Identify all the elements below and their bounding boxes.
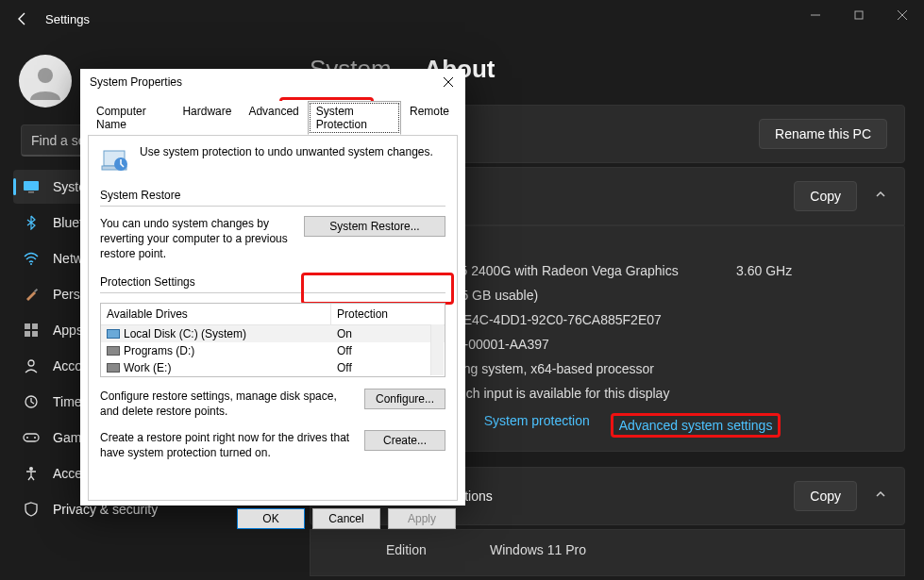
svg-rect-1 bbox=[855, 11, 863, 19]
svg-rect-12 bbox=[32, 323, 38, 329]
svg-rect-7 bbox=[24, 181, 39, 191]
dialog-title: System Properties bbox=[90, 75, 182, 89]
shield-icon bbox=[23, 501, 40, 518]
svg-point-18 bbox=[26, 437, 28, 439]
drive-icon bbox=[107, 346, 120, 356]
avatar[interactable] bbox=[19, 55, 72, 108]
apply-button[interactable]: Apply bbox=[388, 508, 456, 529]
spec-key: Edition bbox=[386, 542, 490, 557]
svg-point-19 bbox=[34, 437, 36, 439]
dialog-tabs: Computer Name Hardware Advanced System P… bbox=[80, 95, 465, 135]
protection-settings-section: Protection Settings Available Drives Pro… bbox=[100, 275, 445, 461]
tab-computer-name[interactable]: Computer Name bbox=[88, 101, 174, 135]
svg-rect-14 bbox=[32, 331, 38, 337]
table-row[interactable]: Local Disk (C:) (System)On bbox=[101, 325, 445, 342]
system-restore-section: System Restore You can undo system chang… bbox=[100, 189, 445, 262]
bluetooth-icon bbox=[23, 214, 40, 231]
tab-hardware[interactable]: Hardware bbox=[174, 101, 240, 135]
cancel-button[interactable]: Cancel bbox=[312, 508, 380, 529]
col-drives[interactable]: Available Drives bbox=[101, 304, 331, 324]
tab-system-protection[interactable]: System Protection bbox=[308, 101, 401, 135]
create-text: Create a restore point right now for the… bbox=[100, 430, 355, 460]
back-button[interactable] bbox=[8, 4, 38, 34]
close-button[interactable] bbox=[881, 0, 924, 30]
system-protection-icon bbox=[100, 145, 130, 175]
spec-value: Windows 11 Pro bbox=[490, 542, 887, 557]
gamepad-icon bbox=[23, 429, 40, 446]
drives-table: Available Drives Protection Local Disk (… bbox=[100, 303, 445, 377]
copy-button[interactable]: Copy bbox=[794, 481, 857, 511]
svg-point-4 bbox=[38, 68, 53, 83]
highlight-advanced-system-settings: Advanced system settings bbox=[611, 413, 781, 438]
clock-icon bbox=[23, 393, 40, 410]
ok-button[interactable]: OK bbox=[237, 508, 305, 529]
svg-rect-10 bbox=[34, 289, 38, 292]
section-title: Protection Settings bbox=[100, 275, 445, 289]
svg-rect-13 bbox=[25, 331, 30, 337]
display-icon bbox=[23, 178, 40, 195]
svg-point-9 bbox=[30, 263, 32, 265]
copy-button[interactable]: Copy bbox=[794, 181, 857, 211]
svg-point-15 bbox=[28, 360, 34, 366]
rename-pc-button[interactable]: Rename this PC bbox=[759, 119, 887, 149]
accessibility-icon bbox=[23, 465, 40, 482]
system-properties-dialog: System Properties Computer Name Hardware… bbox=[80, 69, 465, 505]
drive-icon bbox=[107, 363, 120, 373]
svg-rect-8 bbox=[28, 191, 34, 193]
person-icon bbox=[23, 357, 40, 374]
svg-rect-11 bbox=[25, 323, 30, 329]
maximize-button[interactable] bbox=[837, 0, 881, 30]
dialog-footer: OK Cancel Apply bbox=[80, 508, 465, 537]
link-system-protection[interactable]: System protection bbox=[484, 413, 590, 438]
minimize-button[interactable] bbox=[794, 0, 837, 30]
tab-remote[interactable]: Remote bbox=[401, 101, 458, 135]
scrollbar[interactable] bbox=[430, 324, 444, 375]
system-restore-button[interactable]: System Restore... bbox=[304, 216, 445, 237]
titlebar: Settings bbox=[0, 0, 924, 38]
window-controls bbox=[794, 0, 924, 30]
configure-text: Configure restore settings, manage disk … bbox=[100, 389, 355, 419]
dialog-close-button[interactable] bbox=[437, 73, 460, 91]
system-restore-text: You can undo system changes by reverting… bbox=[100, 216, 294, 262]
sidebar-item-label: Apps bbox=[53, 323, 83, 338]
link-advanced-system-settings[interactable]: Advanced system settings bbox=[619, 418, 773, 433]
apps-icon bbox=[23, 322, 40, 339]
drive-icon bbox=[107, 329, 120, 339]
tab-advanced[interactable]: Advanced bbox=[240, 101, 307, 135]
wifi-icon bbox=[23, 250, 40, 267]
window-title: Settings bbox=[45, 12, 90, 26]
configure-button[interactable]: Configure... bbox=[364, 389, 445, 409]
col-protection[interactable]: Protection bbox=[331, 304, 445, 324]
dialog-intro-text: Use system protection to undo unwanted s… bbox=[140, 145, 433, 158]
chevron-up-icon bbox=[874, 188, 887, 205]
table-row[interactable]: Work (E:)Off bbox=[101, 359, 445, 376]
dialog-titlebar: System Properties bbox=[80, 69, 465, 95]
create-button[interactable]: Create... bbox=[364, 430, 445, 451]
svg-rect-17 bbox=[24, 434, 39, 441]
spec-value: 3.60 GHz bbox=[736, 263, 887, 278]
chevron-up-icon bbox=[874, 488, 887, 505]
table-row[interactable]: Programs (D:)Off bbox=[101, 342, 445, 359]
svg-point-20 bbox=[29, 467, 33, 471]
brush-icon bbox=[23, 286, 40, 303]
section-title: System Restore bbox=[100, 189, 445, 202]
